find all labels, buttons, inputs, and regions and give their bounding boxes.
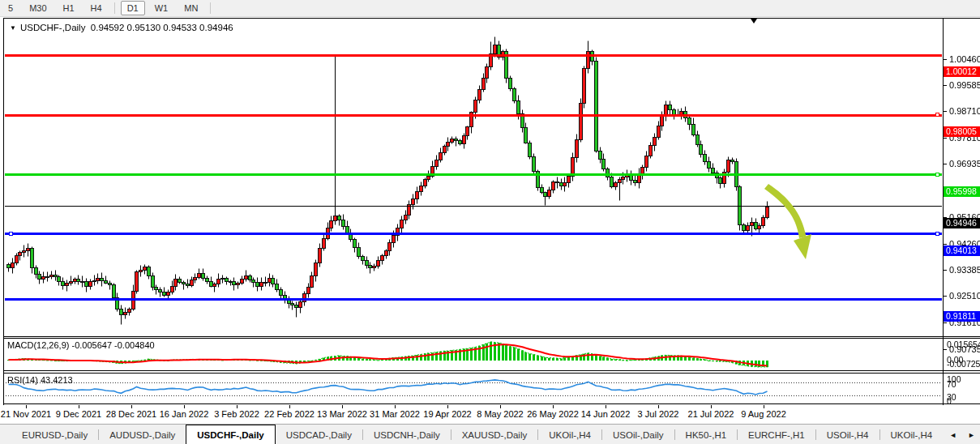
price-tick-mark [943,244,947,245]
price-tick-label: 0.92510 [949,291,980,301]
symbol-tab-bar: EURUSD-,DailyAUDUSD-,DailyUSDCHF-,DailyU… [0,424,980,444]
date-label: 9 Aug 2022 [727,409,800,419]
date-tick-mark [553,405,554,408]
chart-dropdown-icon[interactable]: ▼ [10,24,16,32]
price-tick-mark [943,138,947,139]
date-tick-mark [395,405,396,408]
price-tick-mark [943,111,947,112]
price-level-line-0.91811[interactable] [5,298,942,301]
date-tick-mark [711,405,712,408]
symbol-tab-xauusd-daily[interactable]: XAUUSD-,Daily [451,425,538,444]
price-tag-0.94946: 0.94946 [944,218,980,228]
date-tick-mark [447,405,448,408]
toolbar-separator [114,2,115,14]
price-chart-panel[interactable]: ▼USDCHF-,Daily 0.94592 0.95130 0.94533 0… [4,19,943,335]
date-tick-mark [764,405,764,408]
price-tick-mark [943,164,947,164]
symbol-tab-usoil-h4[interactable]: USOil-,H4 [816,425,879,444]
price-level-line-0.94013[interactable] [5,233,942,235]
timeframe-button-M30[interactable]: M30 [23,1,53,15]
timeframe-button-5[interactable]: 5 [2,1,19,15]
price-tick-mark [943,59,947,60]
price-tick-mark [943,296,947,297]
price-tick-mark [943,85,947,86]
price-tag-0.98005: 0.98005 [944,126,980,137]
date-tick-mark [26,405,27,408]
price-tick-mark [943,349,947,350]
macd-panel-bottom-border [3,370,980,371]
rsi-canvas[interactable] [4,374,943,403]
rsi-label: RSI(14) 43.4213 [7,375,73,385]
tabs-holder: EURUSD-,DailyAUDUSD-,DailyUSDCHF-,DailyU… [11,425,943,444]
price-level-line-1.00012[interactable] [5,54,942,57]
price-tick-label: 0.96935 [949,159,980,169]
chart-ohlc-values: 0.94592 0.95130 0.94533 0.94946 [91,23,233,32]
symbol-tab-audusd-daily[interactable]: AUDUSD-,Daily [99,425,186,444]
price-tick-label: 0.98710 [949,106,980,116]
price-tick-mark [943,270,947,271]
timeframe-button-W1[interactable]: W1 [148,1,175,15]
timeframe-button-MN[interactable]: MN [178,1,204,15]
timeframe-button-H1[interactable]: H1 [57,1,81,15]
macd-indicator-panel[interactable]: MACD(12,26,9) -0.005647 -0.004840 [4,339,943,369]
date-tick-mark [131,405,132,408]
price-level-line-0.95998[interactable] [5,173,942,176]
line-drag-handle[interactable] [9,232,13,236]
chart-window: ▼USDCHF-,Daily 0.94592 0.95130 0.94533 0… [0,17,980,424]
price-tag-1.00012: 1.00012 [944,66,980,77]
symbol-tab-usoil-daily[interactable]: USOil-,Daily [602,425,674,444]
tab-scroll-right-icon[interactable]: ► [968,431,975,439]
symbol-tab-hk50-h1[interactable]: HK50-,H1 [675,425,738,444]
date-tick-mark [79,405,79,408]
tab-scroll-buttons: ◄ ► [949,425,975,444]
timeframe-button-H4[interactable]: H4 [84,1,109,15]
rsi-panel-bottom-border [3,403,980,404]
date-tick-mark [237,405,238,408]
trading-terminal-window: 5M30H1H4D1W1MN ▼USDCHF-,Daily 0.94592 0.… [0,0,980,444]
price-level-line-0.98005[interactable] [5,114,942,117]
date-tick-mark [606,405,606,408]
timeframe-toolbar: 5M30H1H4D1W1MN [0,0,980,17]
price-tag-0.91811: 0.91811 [944,311,980,322]
line-drag-handle[interactable] [935,232,939,236]
rsi-scale-label: 70 [947,379,956,389]
macd-scale-label: 0.015654 [947,339,980,349]
price-tag-0.94013: 0.94013 [944,245,980,256]
price-tick-label: 0.93385 [949,265,980,275]
symbol-tab-usdcad-daily[interactable]: USDCAD-,Daily [276,425,362,444]
timeframe-button-D1[interactable]: D1 [121,1,145,15]
date-tick-mark [342,405,343,408]
chart-title: ▼USDCHF-,Daily 0.94592 0.95130 0.94533 0… [10,23,233,32]
price-tick-label: 1.00460 [949,54,980,64]
price-tag-0.95998: 0.95998 [944,186,980,197]
line-drag-handle[interactable] [935,113,939,117]
date-tick-mark [289,405,290,408]
toolbar-separator [210,2,211,14]
chart-symbol-label: USDCHF-,Daily [20,23,86,32]
date-tick-mark [658,405,659,408]
chart-shift-marker-icon[interactable] [751,19,757,23]
date-tick-mark [500,405,501,408]
symbol-tab-eurusd-daily[interactable]: EURUSD-,Daily [11,425,98,444]
line-drag-handle[interactable] [935,173,939,177]
price-tick-mark [943,322,947,323]
symbol-tab-eurchf-h1[interactable]: EURCHF-,H1 [738,425,815,444]
macd-label: MACD(12,26,9) -0.005647 -0.004840 [7,340,155,350]
main-panel-bottom-border [3,336,980,337]
time-axis: 21 Nov 20219 Dec 202128 Dec 202116 Jan 2… [0,405,980,423]
symbol-tab-usdcnh-daily[interactable]: USDCNH-,Daily [363,425,451,444]
price-tick-label: 0.99585 [949,80,980,90]
candlestick-canvas[interactable] [4,19,943,335]
tab-scroll-left-icon[interactable]: ◄ [949,431,956,439]
macd-scale-label: -0.007259 [947,359,980,369]
symbol-tab-usdchf-daily[interactable]: USDCHF-,Daily [186,425,275,444]
symbol-tab-ukoil-h4[interactable]: UKOil-,H4 [880,425,944,444]
symbol-tab-ukoil-h4[interactable]: UKOil-,H4 [538,425,601,444]
date-tick-mark [184,405,185,408]
rsi-indicator-panel[interactable]: RSI(14) 43.4213 [4,374,943,403]
price-level-line-0.94946[interactable] [5,206,942,207]
